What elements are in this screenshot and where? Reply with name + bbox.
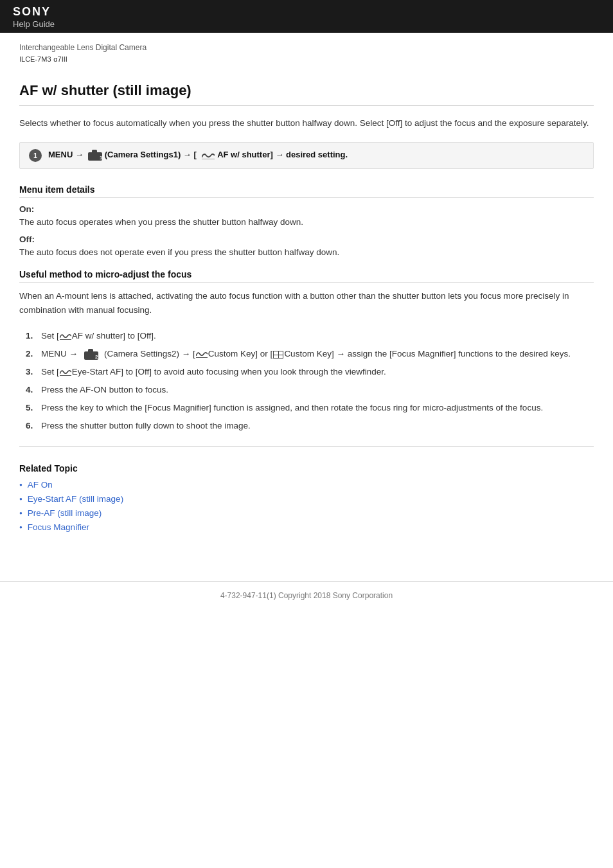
- step-6: Press the shutter button fully down to s…: [26, 420, 594, 433]
- related-link-pre-af[interactable]: Pre-AF (still image): [28, 508, 102, 518]
- step-4: Press the AF-ON button to focus.: [26, 384, 594, 397]
- related-link-item: Pre-AF (still image): [19, 508, 594, 518]
- step-2: MENU → 2 (Camera Settings2) → [Custom Ke…: [26, 348, 594, 361]
- device-info: Interchangeable Lens Digital Camera ILCE…: [0, 33, 613, 72]
- related-link-af-on[interactable]: AF On: [28, 480, 53, 490]
- useful-method-heading: Useful method to micro-adjust the focus: [19, 269, 594, 283]
- step2-camera-icon: 2: [84, 349, 98, 360]
- menu-details-heading: Menu item details: [19, 184, 594, 198]
- useful-method-intro: When an A-mount lens is attached, activa…: [19, 289, 594, 317]
- off-desc: The auto focus does not operate even if …: [19, 245, 594, 260]
- af-wave-icon: [202, 152, 215, 159]
- related-link-item: Eye-Start AF (still image): [19, 494, 594, 504]
- step-3: Set [Eye-Start AF] to [Off] to avoid aut…: [26, 366, 594, 379]
- step-1: Set [AF w/ shutter] to [Off].: [26, 330, 594, 343]
- step2-wave-icon: [196, 351, 208, 358]
- footer-text: 4-732-947-11(1) Copyright 2018 Sony Corp…: [220, 591, 393, 600]
- header-title: Help Guide: [13, 19, 600, 29]
- related-links-list: AF On Eye-Start AF (still image) Pre-AF …: [19, 480, 594, 532]
- related-link-item: Focus Magnifier: [19, 522, 594, 532]
- divider: [19, 446, 594, 447]
- related-link-item: AF On: [19, 480, 594, 490]
- off-label: Off:: [19, 235, 594, 244]
- on-label: On:: [19, 204, 594, 214]
- svg-rect-6: [88, 349, 93, 352]
- step-number: 1: [29, 149, 42, 162]
- micro-adjust-steps: Set [AF w/ shutter] to [Off]. MENU → 2 (…: [26, 330, 594, 433]
- menu-instruction: 1 MENU → 1 (Camera Settings1) → [ AF w/ …: [19, 142, 594, 169]
- menu-text: MENU → 1 (Camera Settings1) → [ AF w/ sh…: [48, 150, 348, 161]
- related-link-eye-start[interactable]: Eye-Start AF (still image): [28, 494, 123, 504]
- main-content: AF w/ shutter (still image) Selects whet…: [0, 72, 613, 562]
- brand-logo: SONY: [13, 5, 600, 19]
- on-desc: The auto focus operates when you press t…: [19, 215, 594, 229]
- related-link-focus-magnifier[interactable]: Focus Magnifier: [28, 522, 89, 532]
- step3-wave-icon: [60, 369, 71, 376]
- device-type: Interchangeable Lens Digital Camera: [19, 42, 594, 54]
- svg-text:1: 1: [100, 155, 102, 161]
- footer: 4-732-947-11(1) Copyright 2018 Sony Corp…: [0, 581, 613, 609]
- related-topic-heading: Related Topic: [19, 463, 594, 474]
- step1-wave-icon: [60, 333, 71, 340]
- device-model: ILCE-7M3 α7III: [19, 54, 594, 69]
- camera-settings1-icon: 1: [88, 150, 102, 161]
- header: SONY Help Guide: [0, 0, 613, 33]
- step2-grid-icon: [273, 351, 283, 359]
- svg-text:2: 2: [95, 354, 98, 360]
- page-title: AF w/ shutter (still image): [19, 82, 594, 106]
- useful-method-section: Useful method to micro-adjust the focus …: [19, 269, 594, 433]
- svg-rect-1: [92, 150, 97, 153]
- step-5: Press the key to which the [Focus Magnif…: [26, 402, 594, 415]
- intro-text: Selects whether to focus automatically w…: [19, 116, 594, 130]
- menu-item-details-section: Menu item details On: The auto focus ope…: [19, 184, 594, 259]
- related-topic-section: Related Topic AF On Eye-Start AF (still …: [19, 459, 594, 532]
